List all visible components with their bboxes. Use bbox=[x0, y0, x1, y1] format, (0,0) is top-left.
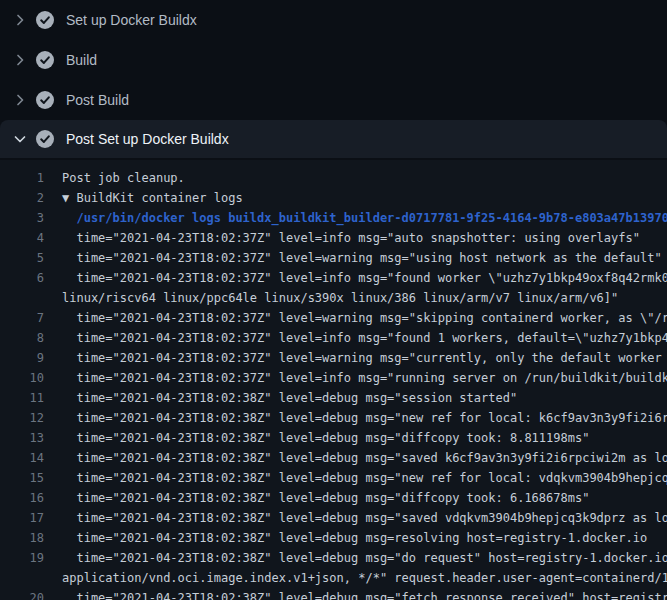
line-text: time="2021-04-23T18:02:38Z" level=debug … bbox=[62, 388, 517, 408]
line-text: linux/riscv64 linux/ppc64le linux/s390x … bbox=[62, 288, 618, 308]
step-row-set-up-docker-buildx[interactable]: Set up Docker Buildx bbox=[0, 0, 667, 40]
line-number[interactable]: 20 bbox=[0, 588, 44, 600]
line-number[interactable]: 14 bbox=[0, 448, 44, 468]
check-circle-icon bbox=[36, 11, 54, 29]
line-text: time="2021-04-23T18:02:37Z" level=warnin… bbox=[62, 348, 667, 368]
chevron-right-icon bbox=[12, 92, 28, 108]
line-text: time="2021-04-23T18:02:37Z" level=warnin… bbox=[62, 308, 667, 328]
line-number[interactable]: 5 bbox=[0, 248, 44, 268]
line-number[interactable]: 4 bbox=[0, 228, 44, 248]
step-row-post-set-up-docker-buildx[interactable]: Post Set up Docker Buildx bbox=[0, 120, 667, 158]
log-line: linux/riscv64 linux/ppc64le linux/s390x … bbox=[0, 288, 667, 308]
line-text: application/vnd.oci.image.index.v1+json,… bbox=[62, 568, 667, 588]
log-line: 16 time="2021-04-23T18:02:38Z" level=deb… bbox=[0, 488, 667, 508]
line-text: time="2021-04-23T18:02:38Z" level=debug … bbox=[62, 528, 647, 548]
line-text: time="2021-04-23T18:02:38Z" level=debug … bbox=[62, 428, 589, 448]
log-line: 3 /usr/bin/docker logs buildx_buildkit_b… bbox=[0, 208, 667, 228]
log-line: 5 time="2021-04-23T18:02:37Z" level=warn… bbox=[0, 248, 667, 268]
log-line: 14 time="2021-04-23T18:02:38Z" level=deb… bbox=[0, 448, 667, 468]
log-line: 1 Post job cleanup. bbox=[0, 168, 667, 188]
line-text: Post job cleanup. bbox=[62, 168, 185, 188]
log-line: 4 time="2021-04-23T18:02:37Z" level=info… bbox=[0, 228, 667, 248]
line-text: time="2021-04-23T18:02:38Z" level=debug … bbox=[62, 468, 667, 488]
step-log-output: 1 Post job cleanup. 2 ▼ BuildKit contain… bbox=[0, 160, 667, 600]
line-text: time="2021-04-23T18:02:37Z" level=info m… bbox=[62, 368, 667, 388]
line-number[interactable] bbox=[0, 568, 44, 588]
log-line: 12 time="2021-04-23T18:02:38Z" level=deb… bbox=[0, 408, 667, 428]
line-number[interactable]: 12 bbox=[0, 408, 44, 428]
line-number[interactable]: 3 bbox=[0, 208, 44, 228]
line-number[interactable]: 1 bbox=[0, 168, 44, 188]
check-circle-icon bbox=[36, 130, 54, 148]
check-circle-icon bbox=[36, 91, 54, 109]
line-text: time="2021-04-23T18:02:37Z" level=info m… bbox=[62, 228, 640, 248]
log-line: 19 time="2021-04-23T18:02:38Z" level=deb… bbox=[0, 548, 667, 568]
line-number[interactable]: 15 bbox=[0, 468, 44, 488]
line-number[interactable]: 6 bbox=[0, 268, 44, 288]
line-text: time="2021-04-23T18:02:38Z" level=debug … bbox=[62, 588, 667, 600]
workflow-steps-list: Set up Docker Buildx Build Post Build Po… bbox=[0, 0, 667, 158]
line-text: time="2021-04-23T18:02:38Z" level=debug … bbox=[62, 488, 589, 508]
log-line: 10 time="2021-04-23T18:02:37Z" level=inf… bbox=[0, 368, 667, 388]
line-number[interactable] bbox=[0, 288, 44, 308]
check-circle-icon bbox=[36, 51, 54, 69]
line-number[interactable]: 10 bbox=[0, 368, 44, 388]
log-line: 13 time="2021-04-23T18:02:38Z" level=deb… bbox=[0, 428, 667, 448]
line-number[interactable]: 16 bbox=[0, 488, 44, 508]
log-line: 9 time="2021-04-23T18:02:37Z" level=warn… bbox=[0, 348, 667, 368]
log-line: 20 time="2021-04-23T18:02:38Z" level=deb… bbox=[0, 588, 667, 600]
line-number[interactable]: 13 bbox=[0, 428, 44, 448]
chevron-right-icon bbox=[12, 12, 28, 28]
chevron-right-icon bbox=[12, 52, 28, 68]
step-row-post-build[interactable]: Post Build bbox=[0, 80, 667, 120]
log-group-toggle[interactable]: 2 ▼ BuildKit container logs bbox=[0, 188, 667, 208]
line-text: /usr/bin/docker logs buildx_buildkit_bui… bbox=[62, 208, 667, 228]
step-label: Set up Docker Buildx bbox=[66, 12, 197, 28]
line-text: time="2021-04-23T18:02:37Z" level=info m… bbox=[62, 328, 667, 348]
log-line: 18 time="2021-04-23T18:02:38Z" level=deb… bbox=[0, 528, 667, 548]
line-text: ▼ BuildKit container logs bbox=[62, 188, 243, 208]
step-label: Post Set up Docker Buildx bbox=[66, 131, 229, 147]
step-label: Post Build bbox=[66, 92, 129, 108]
step-label: Build bbox=[66, 52, 97, 68]
log-line: 8 time="2021-04-23T18:02:37Z" level=info… bbox=[0, 328, 667, 348]
log-line: 17 time="2021-04-23T18:02:38Z" level=deb… bbox=[0, 508, 667, 528]
line-number[interactable]: 9 bbox=[0, 348, 44, 368]
log-line: 11 time="2021-04-23T18:02:38Z" level=deb… bbox=[0, 388, 667, 408]
line-number[interactable]: 19 bbox=[0, 548, 44, 568]
line-text: time="2021-04-23T18:02:38Z" level=debug … bbox=[62, 408, 667, 428]
line-number[interactable]: 11 bbox=[0, 388, 44, 408]
line-text: time="2021-04-23T18:02:37Z" level=info m… bbox=[62, 268, 667, 288]
log-line: 7 time="2021-04-23T18:02:37Z" level=warn… bbox=[0, 308, 667, 328]
chevron-down-icon bbox=[12, 131, 28, 147]
log-line: 15 time="2021-04-23T18:02:38Z" level=deb… bbox=[0, 468, 667, 488]
line-text: time="2021-04-23T18:02:38Z" level=debug … bbox=[62, 448, 667, 468]
line-text: time="2021-04-23T18:02:38Z" level=debug … bbox=[62, 508, 667, 528]
log-line: 6 time="2021-04-23T18:02:37Z" level=info… bbox=[0, 268, 667, 288]
step-row-build[interactable]: Build bbox=[0, 40, 667, 80]
line-number[interactable]: 18 bbox=[0, 528, 44, 548]
line-number[interactable]: 2 bbox=[0, 188, 44, 208]
line-text: time="2021-04-23T18:02:37Z" level=warnin… bbox=[62, 248, 662, 268]
line-number[interactable]: 7 bbox=[0, 308, 44, 328]
line-text: time="2021-04-23T18:02:38Z" level=debug … bbox=[62, 548, 667, 568]
line-number[interactable]: 17 bbox=[0, 508, 44, 528]
log-line: application/vnd.oci.image.index.v1+json,… bbox=[0, 568, 667, 588]
line-number[interactable]: 8 bbox=[0, 328, 44, 348]
